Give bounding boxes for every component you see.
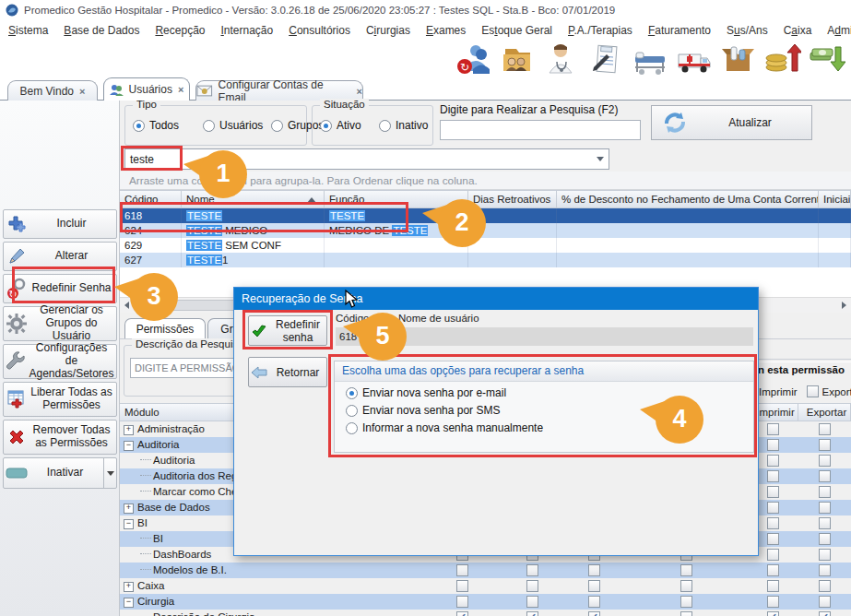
menu-interna-o[interactable]: Internação: [220, 24, 273, 37]
permission-checkbox[interactable]: [767, 517, 779, 529]
permission-checkbox[interactable]: [819, 502, 831, 514]
permission-checkbox[interactable]: [767, 549, 779, 561]
permission-checkbox[interactable]: [819, 533, 831, 545]
permission-checkbox[interactable]: [819, 580, 831, 592]
scroll-right-icon[interactable]: [842, 302, 846, 309]
permission-checkbox[interactable]: [588, 596, 600, 608]
menu-caixa[interactable]: Caixa: [784, 24, 812, 37]
permission-checkbox[interactable]: [819, 423, 831, 435]
collapse-icon[interactable]: −: [124, 519, 134, 529]
permission-checkbox[interactable]: [680, 596, 692, 608]
collapse-icon[interactable]: −: [124, 441, 134, 451]
search-input[interactable]: [440, 120, 641, 140]
menu-administra-o[interactable]: Administração: [827, 24, 851, 37]
tab-usuarios[interactable]: Usuários ×: [103, 77, 190, 101]
prescription-icon[interactable]: [586, 41, 624, 77]
tab-bem-vindo[interactable]: Bem Vindo ×: [7, 80, 98, 101]
permission-checkbox[interactable]: [767, 580, 779, 592]
permission-checkbox[interactable]: [767, 455, 779, 467]
permission-checkbox-checked[interactable]: ✓: [767, 611, 779, 616]
permission-checkbox[interactable]: [819, 564, 831, 576]
permission-checkbox[interactable]: [680, 580, 692, 592]
permission-checkbox[interactable]: [819, 455, 831, 467]
money-out-icon[interactable]: [808, 41, 845, 77]
permission-checkbox[interactable]: [767, 423, 779, 435]
dialog-retornar-button[interactable]: Retornar: [248, 357, 327, 387]
users-grid-row[interactable]: 627TESTE1: [120, 253, 851, 267]
tree-row-modelos-de-b-i-[interactable]: Modelos de B.I.: [120, 563, 851, 578]
permission-checkbox[interactable]: [767, 502, 779, 514]
menu-faturamento[interactable]: Faturamento: [648, 24, 711, 37]
menu-exames[interactable]: Exames: [426, 24, 466, 37]
permission-checkbox[interactable]: [456, 596, 468, 608]
collapse-icon[interactable]: −: [124, 598, 134, 608]
permission-checkbox[interactable]: [819, 596, 831, 608]
menu-consult-rios[interactable]: Consultórios: [289, 24, 350, 37]
tree-row-caixa[interactable]: +Caixa: [120, 578, 851, 594]
close-icon[interactable]: ×: [178, 84, 183, 95]
users-grid-column-header[interactable]: % de Desconto no Fechamento de Uma Conta…: [557, 191, 819, 207]
permission-checkbox[interactable]: [819, 549, 831, 561]
permissions-grid-column-header[interactable]: Exportar: [798, 404, 851, 421]
permission-checkbox[interactable]: [680, 564, 692, 576]
permission-checkbox[interactable]: [526, 596, 538, 608]
permission-checkbox[interactable]: [456, 564, 468, 576]
permission-checkbox[interactable]: [588, 564, 600, 576]
permission-checkbox[interactable]: [819, 470, 831, 482]
permission-checkbox[interactable]: [767, 564, 779, 576]
sidebar-button-configura-es-de-agendas-setores[interactable]: Configurações de Agendas/Setores: [3, 344, 117, 379]
inativar-dropdown-icon[interactable]: [103, 458, 116, 488]
expand-icon[interactable]: +: [124, 503, 134, 514]
atualizar-button[interactable]: Atualizar: [651, 105, 812, 140]
chevron-down-icon[interactable]: [592, 157, 609, 161]
doctor-icon[interactable]: [542, 41, 580, 77]
medical-supplies-icon[interactable]: [719, 41, 757, 77]
tab-configurar-contas-email[interactable]: Configurar Contas de Email ×: [195, 80, 363, 101]
menu-base-de-dados[interactable]: Base de Dados: [64, 24, 139, 37]
permission-checkbox[interactable]: [767, 533, 779, 545]
sidebar-button-gerenciar-os-grupos-do-usu-rio[interactable]: Gerenciar os Grupos do Usuário: [3, 306, 117, 341]
permission-checkbox[interactable]: [819, 486, 831, 498]
users-grid-column-header[interactable]: Iniciais: [819, 191, 851, 207]
menu-sistema[interactable]: Sistema: [8, 24, 48, 37]
permission-checkbox[interactable]: [526, 564, 538, 576]
expand-icon[interactable]: +: [124, 425, 134, 435]
hospital-bed-icon[interactable]: [631, 41, 668, 77]
permission-checkbox[interactable]: [767, 596, 779, 608]
folder-users-icon[interactable]: [498, 41, 536, 77]
menu-sus-ans[interactable]: Sus/Ans: [727, 24, 768, 37]
money-in-icon[interactable]: [763, 41, 801, 77]
menu-estoque-geral[interactable]: Estoque Geral: [481, 24, 552, 37]
sidebar-button-remover-todas-as-permiss-es[interactable]: Remover Todas as Permissões: [3, 420, 117, 455]
permission-checkbox[interactable]: [456, 580, 468, 592]
menu-p-a-terapias[interactable]: P.A./Terapias: [568, 24, 632, 37]
permission-checkbox-checked[interactable]: ✓: [588, 611, 600, 616]
radio-inativo[interactable]: Inativo: [379, 119, 428, 132]
permission-checkbox[interactable]: [680, 611, 692, 616]
radio-ativo[interactable]: Ativo: [320, 119, 361, 132]
ambulance-icon[interactable]: [675, 41, 713, 77]
close-icon[interactable]: ×: [357, 86, 362, 97]
sidebar-button-inativar[interactable]: Inativar: [3, 457, 117, 489]
menu-cirurgias[interactable]: Cirurgias: [366, 24, 410, 37]
sidebar-button-liberar-todas-as-permiss-es[interactable]: Liberar Todas as Permissões: [3, 382, 117, 417]
permission-checkbox[interactable]: [819, 517, 831, 529]
close-icon[interactable]: ×: [79, 86, 85, 97]
permission-checkbox[interactable]: [767, 470, 779, 482]
permission-checkbox[interactable]: [526, 580, 538, 592]
users-refresh-icon[interactable]: ↻: [454, 41, 491, 77]
permission-checkbox[interactable]: [767, 486, 779, 498]
checkbox[interactable]: [807, 385, 819, 397]
permission-checkbox[interactable]: [819, 439, 831, 451]
expand-icon[interactable]: +: [124, 582, 134, 592]
radio-usuarios[interactable]: Usuários: [203, 119, 263, 132]
permission-checkbox[interactable]: [588, 580, 600, 592]
tree-row-cirurgia[interactable]: −Cirurgia: [120, 594, 851, 610]
quick-check-imprimir[interactable]: Imprimir Exportar: [743, 385, 851, 397]
permission-checkbox-checked[interactable]: ✓: [456, 611, 468, 616]
radio-todos[interactable]: Todos: [133, 119, 179, 132]
dialog-title-bar[interactable]: Recuperação de Senha: [234, 288, 758, 310]
permission-checkbox-checked[interactable]: ✓: [819, 611, 831, 616]
menu-recep-o[interactable]: Recepção: [155, 24, 205, 37]
sidebar-button-incluir[interactable]: Incluir: [3, 209, 117, 239]
